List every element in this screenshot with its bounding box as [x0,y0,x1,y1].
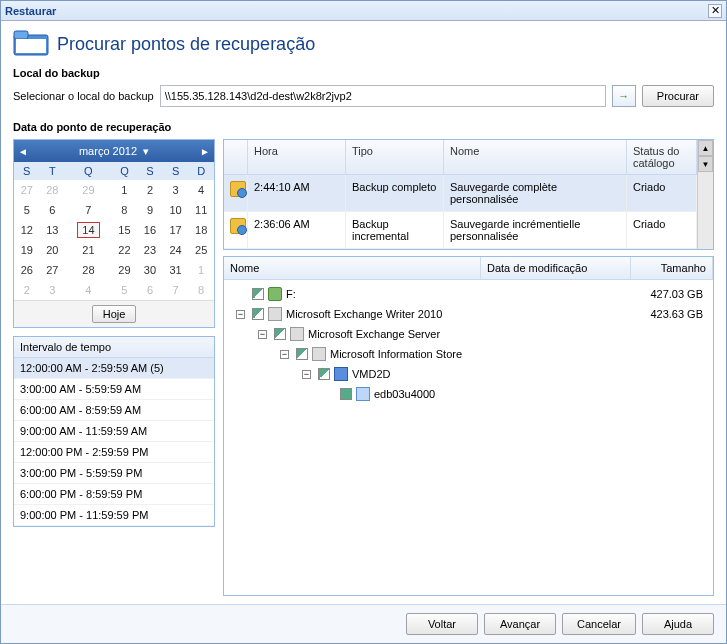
calendar: ◄ março 2012 ▾ ► STQQSSD 272829123456789… [13,139,215,328]
calendar-day[interactable]: 29 [112,260,138,280]
tree-row[interactable]: −Microsoft Exchange Writer 2010423.63 GB [224,304,713,324]
calendar-day[interactable]: 3 [40,280,66,300]
tree-label: F: [286,288,296,300]
next-button[interactable]: Avançar [484,613,556,635]
grid-scrollbar[interactable]: ▲ ▼ [697,140,713,249]
tree-checkbox[interactable] [252,288,264,300]
time-interval-row[interactable]: 12:00:00 PM - 2:59:59 PM [14,442,214,463]
calendar-day[interactable]: 30 [137,260,163,280]
recovery-points-grid: Hora Tipo Nome Status do catálogo 2:44:1… [223,139,714,250]
tree-row[interactable]: F:427.03 GB [224,284,713,304]
calendar-day[interactable]: 20 [40,240,66,260]
tree-toggle-icon[interactable]: − [236,310,245,319]
tree-toggle-icon[interactable]: − [302,370,311,379]
calendar-day[interactable]: 8 [188,280,214,300]
calendar-day[interactable]: 26 [14,260,40,280]
calendar-day[interactable]: 24 [163,240,189,260]
calendar-day[interactable]: 4 [188,180,214,200]
tree-toggle-icon[interactable]: − [280,350,289,359]
calendar-day[interactable]: 21 [65,240,111,260]
row-status: Criado [627,175,697,211]
location-input[interactable] [160,85,606,107]
calendar-day[interactable]: 9 [137,200,163,220]
time-interval-row[interactable]: 6:00:00 PM - 8:59:59 PM [14,484,214,505]
scroll-down-icon[interactable]: ▼ [698,156,713,172]
chevron-down-icon[interactable]: ▾ [143,145,149,158]
recovery-point-row[interactable]: 2:36:06 AMBackup incrementalSauvegarde i… [224,212,697,249]
tree-row[interactable]: edb03u4000 [224,384,713,404]
calendar-day[interactable]: 18 [188,220,214,240]
calendar-day[interactable]: 1 [188,260,214,280]
calendar-day[interactable]: 3 [163,180,189,200]
tree-toggle-icon[interactable]: − [258,330,267,339]
calendar-day[interactable]: 7 [163,280,189,300]
close-icon[interactable]: ✕ [708,4,722,18]
tree-row[interactable]: −VMD2D [224,364,713,384]
time-interval-row[interactable]: 9:00:00 PM - 11:59:59 PM [14,505,214,526]
calendar-day[interactable]: 17 [163,220,189,240]
today-button[interactable]: Hoje [92,305,137,323]
help-button[interactable]: Ajuda [642,613,714,635]
time-interval-row[interactable]: 9:00:00 AM - 11:59:59 AM [14,421,214,442]
calendar-day[interactable]: 25 [188,240,214,260]
browse-button[interactable]: Procurar [642,85,714,107]
calendar-day[interactable]: 2 [14,280,40,300]
go-button[interactable]: → [612,85,636,107]
calendar-day[interactable]: 12 [14,220,40,240]
time-interval-row[interactable]: 3:00:00 PM - 5:59:59 PM [14,463,214,484]
calendar-day[interactable]: 29 [65,180,111,200]
grid-col-name[interactable]: Nome [444,140,627,174]
calendar-day[interactable]: 5 [112,280,138,300]
calendar-day[interactable]: 28 [40,180,66,200]
ex-icon [312,347,326,361]
footer: Voltar Avançar Cancelar Ajuda [1,604,726,643]
calendar-day[interactable]: 4 [65,280,111,300]
calendar-day[interactable]: 14 [65,220,111,240]
calendar-day[interactable]: 22 [112,240,138,260]
grid-col-status[interactable]: Status do catálogo [627,140,697,174]
grid-col-type[interactable]: Tipo [346,140,444,174]
tree-col-name[interactable]: Nome [224,257,481,279]
calendar-day[interactable]: 11 [188,200,214,220]
calendar-day[interactable]: 6 [40,200,66,220]
calendar-day[interactable]: 7 [65,200,111,220]
calendar-day[interactable]: 15 [112,220,138,240]
calendar-day[interactable]: 1 [112,180,138,200]
calendar-month[interactable]: março 2012 [79,145,137,157]
calendar-day[interactable]: 13 [40,220,66,240]
tree-col-size[interactable]: Tamanho [631,257,713,279]
tree-checkbox[interactable] [318,368,330,380]
tree-row[interactable]: −Microsoft Information Store [224,344,713,364]
calendar-day[interactable]: 2 [137,180,163,200]
grid-col-time[interactable]: Hora [248,140,346,174]
calendar-day[interactable]: 31 [163,260,189,280]
back-button[interactable]: Voltar [406,613,478,635]
tree-row[interactable]: −Microsoft Exchange Server [224,324,713,344]
calendar-day[interactable]: 28 [65,260,111,280]
calendar-day[interactable]: 6 [137,280,163,300]
time-interval-row[interactable]: 12:00:00 AM - 2:59:59 AM (5) [14,358,214,379]
tree-checkbox[interactable] [252,308,264,320]
tree-header: Nome Data de modificação Tamanho [224,257,713,280]
row-time: 2:36:06 AM [248,212,346,248]
calendar-day[interactable]: 27 [40,260,66,280]
calendar-day[interactable]: 27 [14,180,40,200]
time-interval-row[interactable]: 3:00:00 AM - 5:59:59 AM [14,379,214,400]
grid-col-icon [224,140,248,174]
tree-col-date[interactable]: Data de modificação [481,257,631,279]
calendar-day[interactable]: 23 [137,240,163,260]
calendar-day[interactable]: 16 [137,220,163,240]
calendar-day[interactable]: 5 [14,200,40,220]
cancel-button[interactable]: Cancelar [562,613,636,635]
tree-checkbox[interactable] [296,348,308,360]
calendar-day[interactable]: 19 [14,240,40,260]
recovery-point-row[interactable]: 2:44:10 AMBackup completoSauvegarde comp… [224,175,697,212]
calendar-day[interactable]: 10 [163,200,189,220]
prev-month-icon[interactable]: ◄ [18,146,28,157]
tree-checkbox[interactable] [340,388,352,400]
calendar-day[interactable]: 8 [112,200,138,220]
time-interval-row[interactable]: 6:00:00 AM - 8:59:59 AM [14,400,214,421]
scroll-up-icon[interactable]: ▲ [698,140,713,156]
next-month-icon[interactable]: ► [200,146,210,157]
tree-checkbox[interactable] [274,328,286,340]
